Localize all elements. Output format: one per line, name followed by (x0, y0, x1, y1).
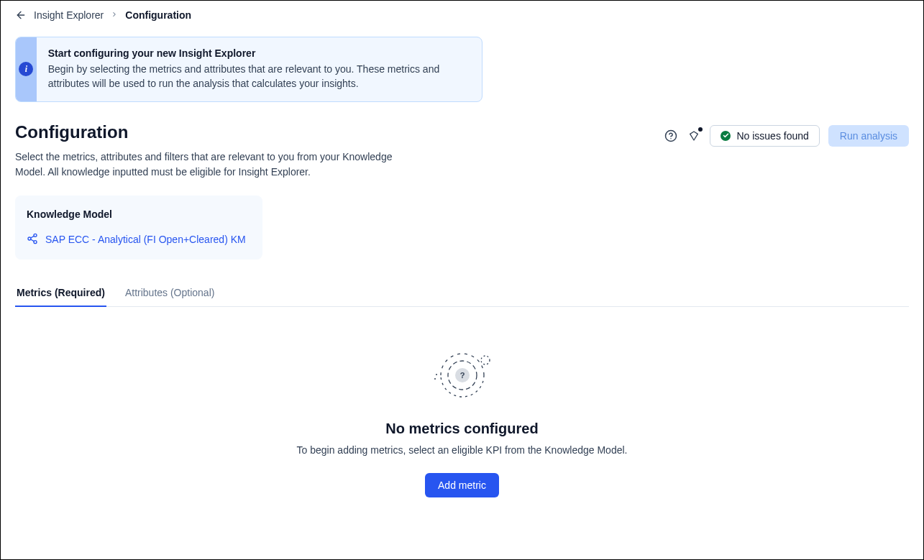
notification-icon[interactable] (687, 129, 701, 143)
knowledge-model-card: Knowledge Model SAP ECC - Analytical (FI… (15, 196, 262, 260)
issues-status-label: No issues found (736, 130, 808, 142)
svg-point-10 (434, 378, 436, 380)
knowledge-model-link[interactable]: SAP ECC - Analytical (FI Open+Cleared) K… (45, 234, 246, 245)
svg-point-9 (481, 356, 490, 364)
empty-state-text: To begin adding metrics, select an eligi… (297, 444, 628, 456)
empty-state: ? No metrics configured To begin adding … (15, 307, 909, 497)
chevron-right-icon (111, 10, 118, 20)
svg-line-6 (31, 236, 35, 238)
svg-text:?: ? (459, 371, 465, 380)
empty-state-illustration: ? (426, 343, 498, 408)
breadcrumb: Insight Explorer Configuration (1, 1, 923, 29)
help-icon[interactable] (664, 129, 678, 143)
run-analysis-button[interactable]: Run analysis (828, 125, 909, 147)
info-banner: i Start configuring your new Insight Exp… (15, 37, 482, 102)
notification-badge-dot (698, 127, 703, 132)
info-banner-title: Start configuring your new Insight Explo… (48, 47, 470, 59)
empty-state-title: No metrics configured (385, 421, 538, 437)
page-title: Configuration (15, 122, 418, 142)
page-subtitle: Select the metrics, attributes and filte… (15, 150, 418, 180)
share-nodes-icon (27, 233, 38, 247)
header-actions: No issues found Run analysis (664, 125, 909, 147)
info-banner-text: Begin by selecting the metrics and attri… (48, 62, 470, 91)
check-circle-icon (721, 131, 731, 141)
knowledge-model-title: Knowledge Model (27, 208, 251, 220)
back-arrow-icon[interactable] (15, 9, 27, 21)
breadcrumb-parent-link[interactable]: Insight Explorer (34, 9, 104, 21)
tabs: Metrics (Required) Attributes (Optional) (15, 281, 909, 307)
issues-status-button[interactable]: No issues found (710, 125, 819, 147)
breadcrumb-current: Configuration (125, 9, 191, 21)
svg-line-7 (31, 239, 35, 242)
svg-point-11 (436, 374, 437, 375)
info-banner-stripe: i (16, 37, 37, 101)
tab-metrics[interactable]: Metrics (Required) (15, 281, 106, 307)
tab-attributes[interactable]: Attributes (Optional) (124, 281, 216, 307)
info-icon: i (19, 62, 33, 76)
add-metric-button[interactable]: Add metric (425, 473, 499, 497)
